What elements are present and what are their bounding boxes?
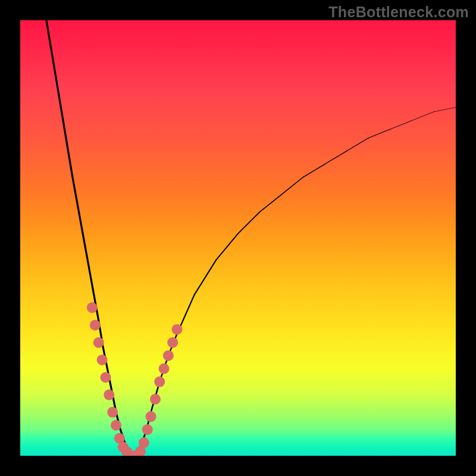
data-dot [107, 407, 118, 418]
curve-path [281, 177, 303, 195]
curve-path [46, 20, 133, 456]
data-dot [142, 424, 153, 435]
data-dot [93, 337, 104, 348]
data-dot [154, 377, 165, 387]
plot-area [20, 20, 456, 456]
curve-path [216, 234, 238, 260]
data-dot [111, 420, 121, 431]
data-dot [167, 337, 178, 348]
curve-path [325, 151, 347, 164]
chart-frame: TheBottleneck.com [0, 0, 476, 476]
data-dot [159, 364, 170, 374]
data-dot [90, 320, 101, 330]
curve-path [260, 195, 282, 212]
chart-svg [20, 20, 456, 456]
curve-path [238, 212, 260, 234]
data-dot [150, 394, 161, 405]
curve-path [369, 129, 391, 138]
curve-path [390, 120, 412, 129]
curve-path [434, 107, 456, 111]
data-dot [163, 350, 174, 361]
curve-path [412, 112, 434, 121]
curve-path [347, 138, 369, 151]
data-dot [100, 372, 111, 383]
data-dot [146, 411, 156, 422]
data-dot [172, 324, 183, 335]
curve-path [195, 260, 217, 295]
data-dot [97, 355, 108, 365]
data-dot [87, 302, 98, 313]
curve-path [303, 164, 325, 177]
data-dot [104, 390, 114, 400]
data-dot [139, 437, 149, 448]
watermark-text: TheBottleneck.com [328, 4, 469, 21]
